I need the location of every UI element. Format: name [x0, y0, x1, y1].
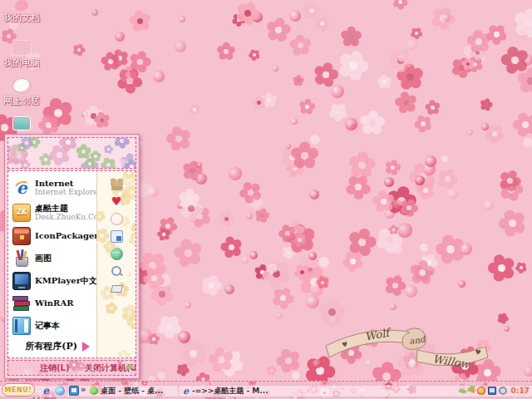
taskbar-clock: 0:17 [511, 387, 530, 395]
flower-glyph [126, 72, 131, 77]
task-button-wallpaper-window[interactable]: 桌面 - 壁纸 - 桌... [90, 386, 173, 396]
flower-glyph [431, 106, 435, 110]
flower-glyph [426, 260, 431, 265]
flower-glyph [485, 103, 488, 106]
item-title: WinRAR [35, 298, 74, 308]
flower-glyph [523, 138, 532, 148]
desktop-icon-my-computer[interactable]: 我的电脑 [0, 40, 43, 69]
flower-glyph [406, 205, 411, 210]
tray-collapse-chevron-icon[interactable]: ◀ [470, 387, 474, 394]
flower-glyph [267, 98, 271, 102]
flower-glyph [473, 62, 477, 66]
start-menu-item-paint[interactable]: 画图 [8, 248, 96, 270]
start-menu-item-zhuoku[interactable]: ZK 桌酷主题 Desk.ZhuoKu.Com [8, 200, 96, 225]
flower-glyph [276, 313, 283, 319]
flower-glyph [179, 16, 185, 22]
flower-glyph [32, 140, 36, 144]
taskbar: MENU! e » 桌面 - 壁纸 - 桌... e -=>>桌酷主题 - M.… [0, 381, 532, 399]
start-menu-item-internet[interactable]: e Internet Internet Explorer [8, 175, 96, 200]
start-button[interactable]: MENU! [2, 383, 35, 397]
display-monitor-icon[interactable] [488, 387, 496, 395]
flower-glyph [25, 141, 28, 145]
flower-glyph [162, 233, 165, 236]
item-title: 画图 [35, 254, 52, 264]
start-menu-item-notepad[interactable]: 记事本 [8, 314, 96, 337]
zhuoku-icon-letters: ZK [17, 209, 27, 216]
my-documents-icon [14, 0, 29, 12]
flower-glyph [385, 209, 395, 219]
flower-glyph [349, 62, 357, 70]
flower-glyph [26, 372, 28, 374]
tablet-pen-icon[interactable] [111, 230, 123, 243]
flower-sprig-icon[interactable] [111, 178, 123, 190]
my-computer-icon [12, 40, 32, 56]
item-title: IconPackager [35, 231, 99, 241]
flower-glyph [9, 152, 14, 157]
shutdown-button[interactable]: 关闭计算机(U) [85, 362, 136, 374]
flower-glyph [81, 111, 88, 117]
desktop-icon-recycle-bin[interactable] [0, 116, 43, 131]
quicklaunch-show-desktop-icon[interactable] [69, 386, 79, 396]
flower-glyph [252, 12, 263, 22]
search-magnifier-icon[interactable] [111, 265, 123, 278]
task-button-zhuoku-window[interactable]: e -=>>桌酷主题 - M... [178, 386, 268, 396]
flower-glyph [397, 223, 412, 238]
flower-glyph [403, 100, 409, 106]
flower-glyph [287, 251, 290, 254]
flower-glyph [504, 326, 510, 332]
winrar-icon [12, 294, 31, 313]
flower-glyph [382, 372, 391, 381]
flower-glyph [107, 148, 110, 150]
flower-glyph [117, 56, 122, 61]
flower-glyph [242, 257, 249, 264]
ribbon-heart-right: ♥ [475, 348, 481, 357]
start-menu-item-iconpackager[interactable]: IconPackager [8, 225, 96, 248]
flower-glyph [527, 77, 532, 85]
flower-glyph [88, 162, 91, 165]
flower-glyph [285, 357, 292, 364]
quicklaunch-browser-globe-icon[interactable] [55, 386, 65, 396]
flower-glyph [300, 270, 304, 274]
desktop-icon-network-places[interactable]: 网上邻居 [0, 78, 43, 107]
flower-glyph [355, 184, 362, 190]
all-programs-button[interactable]: 所有程序(P) [8, 337, 96, 357]
desktop-icon-my-documents[interactable]: 我的文档 [0, 0, 43, 24]
start-menu-item-kmplayer[interactable]: KMPlayer中文版 [8, 269, 96, 292]
flower-glyph [153, 71, 165, 82]
qq-messenger-icon[interactable] [477, 387, 485, 395]
flower-glyph [321, 281, 324, 284]
face-icon[interactable] [111, 213, 123, 225]
flower-glyph [132, 155, 136, 165]
flower-glyph [127, 160, 132, 165]
heart-icon[interactable]: ♥ [111, 195, 123, 208]
flower-glyph [294, 236, 300, 242]
flower-glyph [360, 156, 368, 165]
globe-icon[interactable] [111, 248, 123, 260]
logoff-button[interactable]: 注销(L) [40, 362, 70, 374]
flower-glyph [405, 285, 417, 298]
system-tray: ◀ 0:17 [470, 385, 530, 397]
flower-glyph [280, 295, 286, 301]
run-note-icon[interactable] [110, 285, 122, 293]
flower-glyph [224, 217, 229, 221]
flower-glyph [297, 79, 300, 82]
flower-glyph [310, 278, 318, 286]
status-circle-icon[interactable] [499, 387, 507, 395]
flower-glyph [285, 231, 290, 236]
quicklaunch-internet-explorer-icon[interactable]: e [41, 386, 51, 396]
flower-glyph [421, 270, 426, 275]
quicklaunch-overflow-chevron[interactable]: » [81, 385, 86, 394]
start-menu-item-winrar[interactable]: WinRAR [8, 292, 96, 314]
flower-glyph [91, 113, 96, 119]
start-menu: e Internet Internet Explorer ZK 桌酷主题 Des… [4, 134, 140, 379]
flower-glyph [309, 190, 319, 200]
flower-glyph [127, 310, 131, 314]
flower-glyph [209, 283, 214, 288]
item-title: 记事本 [35, 321, 60, 331]
flower-glyph [350, 259, 356, 264]
flower-glyph [301, 152, 308, 160]
flower-glyph [525, 19, 532, 27]
flower-glyph [157, 273, 170, 287]
flower-glyph [195, 173, 207, 185]
flower-glyph [193, 108, 196, 111]
